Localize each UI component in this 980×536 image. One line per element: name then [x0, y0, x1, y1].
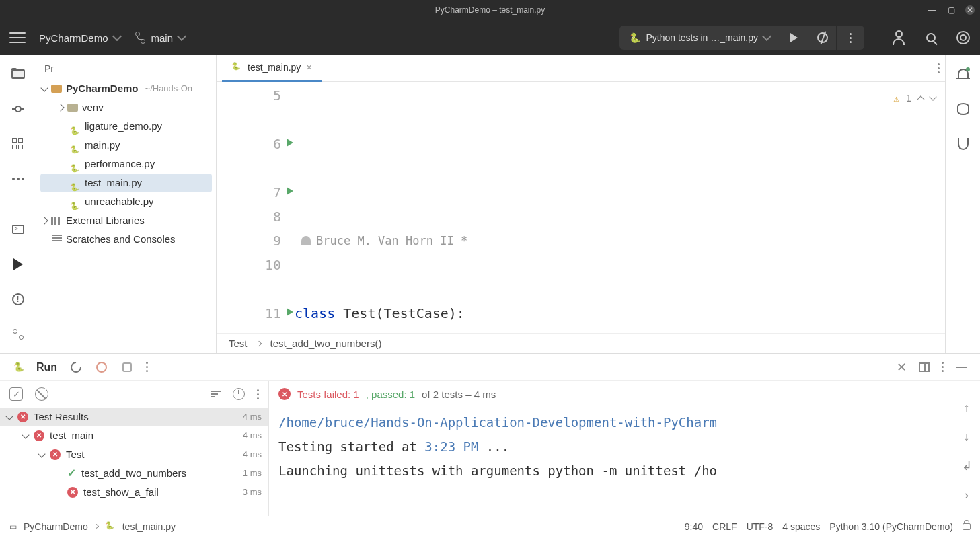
notifications-button[interactable] [955, 66, 971, 82]
next-warning-icon[interactable] [929, 93, 936, 100]
sort-button[interactable] [211, 391, 221, 397]
more-vertical-icon [850, 33, 852, 43]
branch-selector[interactable]: main [134, 32, 186, 44]
tree-item-label: performance.py [85, 155, 155, 174]
scroll-up-button[interactable]: ↑ [964, 401, 970, 415]
expand-icon[interactable] [38, 450, 45, 457]
tab-close-icon[interactable]: × [306, 62, 311, 73]
show-passed-button[interactable]: ✓ [9, 387, 23, 401]
stop-button[interactable] [120, 360, 134, 374]
soft-wrap-button[interactable]: ↲ [962, 459, 972, 473]
console-output[interactable]: /home/bruce/Hands-On-Application-Develop… [269, 408, 953, 516]
settings-button[interactable] [956, 30, 971, 45]
editor-tab[interactable]: 🐍 test_main.py × [222, 55, 322, 82]
expand-icon[interactable] [22, 431, 29, 438]
tree-scratches[interactable]: Scratches and Consoles [36, 230, 216, 249]
run-options-button[interactable] [942, 362, 944, 372]
nav-breadcrumb[interactable]: ▭ PyCharmDemo 🐍 test_main.py [9, 521, 176, 532]
structure-tool-button[interactable] [10, 136, 26, 152]
run-more-button[interactable] [146, 362, 148, 372]
database-tool-button[interactable] [955, 101, 971, 117]
search-everywhere-button[interactable] [924, 30, 938, 45]
code-with-me-button[interactable] [891, 30, 906, 45]
breadcrumb-item[interactable]: Test [229, 338, 248, 349]
test-tree[interactable]: ✕ Test Results 4 ms ✕ test_main 4 ms ✕ T… [0, 408, 268, 516]
expand-icon[interactable] [56, 104, 64, 111]
terminal-tool-button[interactable] [10, 221, 26, 237]
security-tool-button[interactable] [955, 136, 971, 152]
problems-tool-button[interactable]: ! [10, 291, 26, 307]
left-tool-strip: ! [0, 55, 36, 353]
code-editor[interactable]: 5 6 7 8 9 10 11 ⚠ 1 Bruce M. Van H [217, 82, 945, 333]
more-tools-button[interactable] [10, 171, 26, 187]
dots-horizontal-icon [12, 178, 24, 180]
tree-item-file[interactable]: 🐍 performance.py [36, 155, 216, 174]
breadcrumb-file[interactable]: test_main.py [122, 521, 176, 532]
editor-inspection-widget[interactable]: ⚠ 1 [893, 86, 936, 110]
scroll-down-button[interactable]: ↓ [964, 430, 970, 444]
history-button[interactable] [233, 388, 245, 400]
run-tool-button[interactable] [10, 256, 26, 272]
run-button[interactable] [780, 26, 808, 50]
main-menu-button[interactable] [9, 30, 26, 46]
tree-root[interactable]: PyCharmDemo ~/Hands-On [36, 79, 216, 98]
minimize-run-button[interactable] [956, 367, 967, 368]
file-encoding[interactable]: UTF-8 [747, 521, 774, 532]
tabs-more-button[interactable] [938, 63, 940, 73]
lock-icon[interactable] [963, 523, 971, 530]
code-breadcrumb[interactable]: Test test_add_two_numbers() [217, 333, 945, 353]
folder-icon [51, 85, 62, 93]
expand-icon[interactable] [5, 412, 13, 420]
run-config-selector[interactable]: 🐍 Python tests in …_main.py [619, 32, 780, 43]
rerun-failed-button[interactable] [95, 360, 108, 374]
test-case-node[interactable]: ✓ test_add_two_numbers 1 ms [0, 464, 268, 483]
test-class-node[interactable]: ✕ Test 4 ms [0, 445, 268, 464]
line-separator[interactable]: CRLF [712, 521, 737, 532]
commit-tool-button[interactable] [10, 101, 26, 117]
debug-button[interactable] [808, 26, 836, 50]
scroll-to-end-button[interactable]: › [965, 488, 969, 502]
indent-setting[interactable]: 4 spaces [782, 521, 820, 532]
show-ignored-button[interactable] [35, 387, 48, 401]
tree-item-file[interactable]: 🐍 ligature_demo.py [36, 117, 216, 136]
test-options-button[interactable] [257, 389, 259, 399]
tree-item-file[interactable]: 🐍 main.py [36, 136, 216, 155]
python-file-icon: 🐍 [70, 196, 81, 207]
tree-item-file[interactable]: 🐍 unreachable.py [36, 192, 216, 211]
project-tree[interactable]: PyCharmDemo ~/Hands-On venv 🐍 ligature_d… [36, 79, 216, 353]
tree-item-file-selected[interactable]: 🐍 test_main.py [40, 174, 212, 192]
reload-icon [69, 359, 84, 375]
project-selector[interactable]: PyCharmDemo [39, 32, 120, 44]
branch-name-label: main [151, 32, 174, 44]
line-number: 11 [217, 301, 281, 326]
test-module-node[interactable]: ✕ test_main 4 ms [0, 426, 268, 445]
maximize-icon[interactable]: ▢ [946, 5, 956, 15]
minimize-icon[interactable]: — [928, 5, 937, 15]
split-layout-button[interactable] [919, 362, 930, 372]
run-more-button[interactable] [836, 26, 864, 50]
code-content[interactable]: ⚠ 1 Bruce M. Van Horn II * class Test(Te… [291, 82, 945, 333]
cursor-position[interactable]: 9:40 [685, 521, 703, 532]
expand-icon[interactable] [40, 217, 48, 224]
interpreter-label[interactable]: Python 3.10 (PyCharmDemo) [829, 521, 953, 532]
breadcrumb-item[interactable]: test_add_two_numbers() [270, 338, 382, 349]
editor-tabs: 🐍 test_main.py × [217, 55, 945, 82]
close-icon[interactable]: ✕ [965, 5, 975, 15]
tree-external-libs[interactable]: External Libraries [36, 211, 216, 230]
tree-item-venv[interactable]: venv [36, 98, 216, 117]
python-file-icon: 🐍 [70, 159, 81, 169]
rerun-button[interactable] [69, 360, 83, 374]
prev-warning-icon[interactable] [917, 95, 924, 103]
breadcrumb-project[interactable]: PyCharmDemo [24, 521, 88, 532]
test-case-node[interactable]: ✕ test_show_a_fail 3 ms [0, 483, 268, 502]
run-config-box: 🐍 Python tests in …_main.py [619, 26, 864, 50]
author-inlay: Bruce M. Van Horn II * [295, 229, 945, 253]
status-bar: ▭ PyCharmDemo 🐍 test_main.py 9:40 CRLF U… [0, 516, 980, 536]
line-number: 5 [217, 83, 281, 108]
hide-run-button[interactable]: ✕ [897, 360, 907, 375]
vcs-tool-button[interactable] [10, 326, 26, 342]
test-results-root[interactable]: ✕ Test Results 4 ms [0, 408, 268, 426]
expand-icon[interactable] [40, 84, 48, 91]
console-path[interactable]: /home/bruce/Hands-On-Application-Develop… [278, 415, 717, 430]
project-tool-button[interactable] [10, 66, 26, 82]
